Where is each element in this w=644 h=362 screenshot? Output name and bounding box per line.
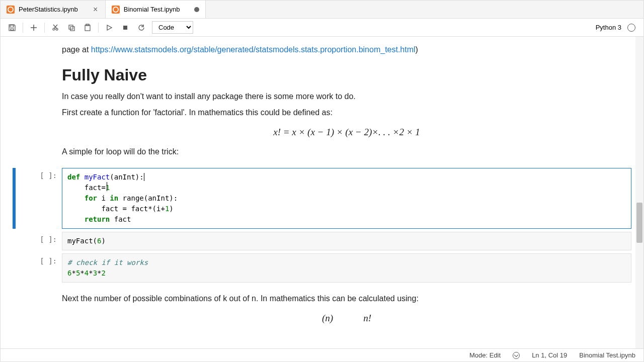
dirty-indicator-icon xyxy=(194,7,199,12)
status-mode: Mode: Edit xyxy=(469,351,501,359)
paragraph: In case you really don't want to install… xyxy=(62,90,631,103)
cell-type-select[interactable]: Code xyxy=(152,21,193,34)
scrollbar[interactable] xyxy=(635,37,643,348)
i-beam-cursor xyxy=(107,182,107,191)
kernel-name[interactable]: Python 3 xyxy=(596,24,621,31)
tab-label: PeterStatistics.ipynb xyxy=(19,6,78,13)
kernel-status-icon[interactable] xyxy=(627,24,635,32)
tab-bar: PeterStatistics.ipynb×Binomial Test.ipyn… xyxy=(1,1,643,19)
cell-prompt: [ ]: xyxy=(16,232,62,250)
code-cell[interactable]: [ ]:# check if it works 6*5*4*3*2 xyxy=(13,253,631,283)
statusbar: Mode: Edit Ln 1, Col 19 Binomial Test.ip… xyxy=(1,348,643,361)
tab-1[interactable]: Binomial Test.ipynb xyxy=(106,1,206,18)
svg-rect-2 xyxy=(85,25,90,31)
copy-button[interactable] xyxy=(64,21,79,35)
save-button[interactable] xyxy=(5,21,20,35)
add-cell-button[interactable] xyxy=(26,21,41,35)
math-formula: (n)n! xyxy=(62,313,631,324)
svg-rect-4 xyxy=(123,26,127,30)
text-cursor xyxy=(144,173,144,181)
code-input[interactable]: # check if it works 6*5*4*3*2 xyxy=(62,253,631,283)
status-cursor: Ln 1, Col 19 xyxy=(532,351,567,359)
markdown-cell[interactable]: Next the number of possible combinations… xyxy=(13,286,631,335)
stop-button[interactable] xyxy=(118,21,133,35)
svg-rect-1 xyxy=(70,27,74,31)
tab-0[interactable]: PeterStatistics.ipynb× xyxy=(1,1,106,18)
link[interactable]: https://www.statsmodels.org/stable/gener… xyxy=(91,45,416,54)
cut-button[interactable] xyxy=(48,21,63,35)
cell-prompt: [ ]: xyxy=(16,168,62,229)
heading: Fully Naive xyxy=(62,66,631,84)
toolbar: Code Python 3 xyxy=(1,19,643,37)
paste-button[interactable] xyxy=(80,21,95,35)
cell-prompt: [ ]: xyxy=(16,253,62,283)
feedback-button[interactable] xyxy=(513,352,520,359)
code-cell[interactable]: [ ]:def myFact(anInt): fact=1 for i in r… xyxy=(13,168,631,229)
code-cell[interactable]: [ ]:myFact(6) xyxy=(13,232,631,250)
code-input[interactable]: myFact(6) xyxy=(62,232,631,250)
paragraph: Next the number of possible combinations… xyxy=(62,293,631,305)
restart-button[interactable] xyxy=(134,21,149,35)
code-input[interactable]: def myFact(anInt): fact=1 for i in range… xyxy=(62,168,631,229)
paragraph: A simple for loop will do the trick: xyxy=(62,146,631,158)
close-icon[interactable]: × xyxy=(92,6,99,13)
paragraph: page at https://www.statsmodels.org/stab… xyxy=(62,44,631,56)
paragraph: First create a function for 'factorial'.… xyxy=(62,107,631,119)
notebook-icon xyxy=(7,6,15,14)
notebook-scroll-area[interactable]: page at https://www.statsmodels.org/stab… xyxy=(1,37,643,348)
svg-rect-0 xyxy=(69,25,73,29)
tab-label: Binomial Test.ipynb xyxy=(124,6,180,13)
markdown-cell[interactable]: page at https://www.statsmodels.org/stab… xyxy=(13,37,631,165)
notebook-icon xyxy=(112,6,120,14)
scrollbar-thumb[interactable] xyxy=(636,203,642,243)
math-formula: x! = x × (x − 1) × (x − 2)×. . . ×2 × 1 xyxy=(62,127,631,138)
status-filename: Binomial Test.ipynb xyxy=(579,351,635,359)
run-button[interactable] xyxy=(102,21,117,35)
